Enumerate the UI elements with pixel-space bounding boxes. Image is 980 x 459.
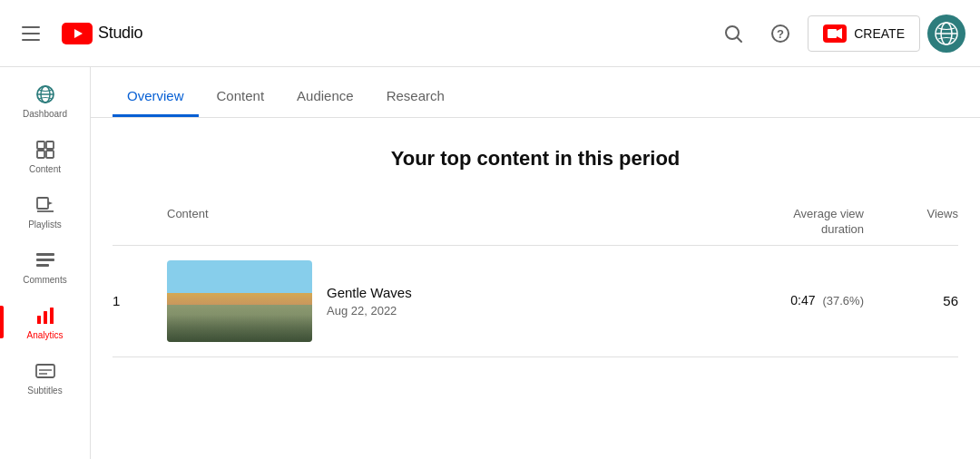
sidebar-label-dashboard: Dashboard xyxy=(23,109,67,119)
tab-overview[interactable]: Overview xyxy=(113,77,199,117)
svg-rect-14 xyxy=(37,142,44,149)
sidebar-item-dashboard[interactable]: Dashboard xyxy=(9,74,82,126)
header-right: ? CREATE xyxy=(713,14,965,54)
video-date: Aug 22, 2022 xyxy=(327,304,412,317)
svg-rect-6 xyxy=(828,29,837,38)
studio-label: Studio xyxy=(98,24,142,43)
section-title: Your top content in this period xyxy=(113,147,958,171)
rank-number: 1 xyxy=(113,293,120,308)
svg-text:?: ? xyxy=(777,27,784,41)
svg-rect-23 xyxy=(36,264,49,267)
analytics-tabs: Overview Content Audience Research xyxy=(91,67,980,118)
sidebar-label-analytics: Analytics xyxy=(26,330,63,340)
create-button[interactable]: CREATE xyxy=(808,15,920,52)
camera-icon xyxy=(828,28,842,39)
subtitles-icon xyxy=(33,358,58,384)
svg-rect-16 xyxy=(37,151,44,158)
row-rank: 1 xyxy=(113,293,167,309)
svg-marker-19 xyxy=(48,201,53,205)
svg-rect-17 xyxy=(46,151,54,158)
sidebar-label-content: Content xyxy=(29,164,61,174)
main-layout: Dashboard Content xyxy=(0,67,980,459)
svg-rect-24 xyxy=(37,316,41,324)
main-content: Overview Content Audience Research Your … xyxy=(91,67,980,459)
create-label: CREATE xyxy=(854,26,905,41)
help-icon: ? xyxy=(770,24,790,44)
sidebar-item-content[interactable]: Content xyxy=(9,130,82,181)
svg-marker-7 xyxy=(837,28,842,39)
comments-icon xyxy=(33,248,58,273)
help-button[interactable]: ? xyxy=(760,14,800,54)
playlist-icon xyxy=(33,192,58,218)
video-thumbnail[interactable] xyxy=(167,260,312,342)
sidebar-label-comments: Comments xyxy=(23,275,66,285)
table-row: 1 Gentle Waves Aug 22, 2022 0:47 (37. xyxy=(113,246,958,357)
col-content-header: Content xyxy=(167,207,740,238)
row-views-cell: 56 xyxy=(886,293,958,308)
tab-audience[interactable]: Audience xyxy=(282,77,368,117)
sidebar-item-comments[interactable]: Comments xyxy=(9,240,82,292)
sidebar-label-subtitles: Subtitles xyxy=(27,386,62,396)
globe-icon xyxy=(33,82,58,107)
row-content-cell: Gentle Waves Aug 22, 2022 xyxy=(167,260,740,342)
row-avg-view-cell: 0:47 (37.6%) xyxy=(740,292,886,309)
avg-view-duration: 0:47 xyxy=(790,293,815,308)
sidebar-item-playlists[interactable]: Playlists xyxy=(9,185,82,237)
table-header: Content Average viewduration Views xyxy=(113,200,958,246)
avatar[interactable] xyxy=(927,15,965,53)
svg-rect-18 xyxy=(37,198,48,209)
svg-rect-21 xyxy=(36,253,54,256)
logo-link[interactable]: Studio xyxy=(62,23,142,44)
svg-rect-25 xyxy=(44,311,47,324)
sidebar-label-playlists: Playlists xyxy=(28,220,62,230)
video-title: Gentle Waves xyxy=(327,285,412,300)
search-icon xyxy=(723,24,743,44)
avg-view-pct: (37.6%) xyxy=(822,294,864,308)
svg-line-3 xyxy=(738,37,742,42)
svg-rect-27 xyxy=(36,365,54,377)
header-left: Studio xyxy=(15,19,713,48)
content-icon xyxy=(33,137,58,162)
analytics-icon xyxy=(33,303,58,328)
top-header: Studio ? CREATE xyxy=(0,0,980,67)
video-info: Gentle Waves Aug 22, 2022 xyxy=(327,285,412,317)
tab-research[interactable]: Research xyxy=(372,77,459,117)
col-rank-header xyxy=(113,207,167,238)
sidebar-item-subtitles[interactable]: Subtitles xyxy=(9,351,82,403)
svg-rect-22 xyxy=(36,259,54,261)
svg-rect-26 xyxy=(50,308,54,324)
sidebar-item-analytics[interactable]: Analytics xyxy=(9,296,82,347)
col-views-header: Views xyxy=(886,207,958,238)
menu-button[interactable] xyxy=(15,19,47,48)
create-icon-box xyxy=(823,24,847,43)
youtube-icon xyxy=(62,23,93,44)
tab-content[interactable]: Content xyxy=(202,77,279,117)
analytics-content: Your top content in this period Content … xyxy=(91,118,980,379)
globe-avatar-icon xyxy=(934,21,959,46)
col-avg-view-header: Average viewduration xyxy=(740,207,886,238)
views-count: 56 xyxy=(943,293,958,308)
svg-rect-15 xyxy=(46,142,54,149)
top-content-table: Content Average viewduration Views 1 Ge xyxy=(113,200,958,357)
sidebar: Dashboard Content xyxy=(0,67,91,459)
search-button[interactable] xyxy=(713,14,753,54)
thumbnail-overlay xyxy=(167,315,312,342)
